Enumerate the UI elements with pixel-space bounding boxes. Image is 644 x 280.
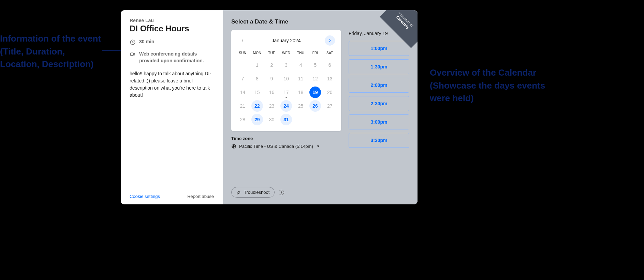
calendar-day-cell: 5 bbox=[308, 58, 323, 72]
timezone-label: Time zone bbox=[231, 136, 341, 141]
info-button[interactable]: i bbox=[279, 190, 284, 195]
time-slot-button[interactable]: 1:00pm bbox=[349, 41, 409, 56]
calendar-month-label: January 2024 bbox=[272, 38, 301, 43]
calendar-day-cell: 31 bbox=[279, 113, 294, 126]
calendar-day: 8 bbox=[251, 73, 263, 84]
calendar-day: 18 bbox=[295, 87, 307, 98]
left-footer: Cookie settings Report abuse bbox=[130, 194, 214, 199]
calendar-day-cell: 1 bbox=[250, 58, 265, 72]
right-footer: Troubleshoot i bbox=[231, 180, 409, 198]
event-description: hello!! happy to talk about anything DI-… bbox=[130, 70, 214, 99]
calendar-day-cell: 28 bbox=[235, 113, 250, 126]
location-text: Web conferencing details provided upon c… bbox=[139, 51, 214, 64]
calendar-day-cell: 3 bbox=[279, 58, 294, 72]
caret-down-icon: ▼ bbox=[317, 144, 320, 148]
calendar-day: 20 bbox=[324, 87, 336, 98]
troubleshoot-button[interactable]: Troubleshoot bbox=[231, 187, 275, 198]
annotation-line-left bbox=[102, 50, 123, 51]
timezone-value: Pacific Time - US & Canada (5:14pm) bbox=[239, 144, 313, 149]
globe-icon bbox=[231, 144, 236, 149]
calendar-column: January 2024 SUNMONTUEWEDTHUFRISAT123456… bbox=[231, 30, 341, 149]
time-slot-button[interactable]: 2:00pm bbox=[349, 78, 409, 93]
calendar-day-cell: 21 bbox=[235, 99, 250, 113]
calendar-slots-row: January 2024 SUNMONTUEWEDTHUFRISAT123456… bbox=[231, 30, 409, 149]
calendar-day: 11 bbox=[295, 73, 307, 84]
troubleshoot-label: Troubleshoot bbox=[244, 190, 269, 195]
time-slots-column: Friday, January 19 1:00pm1:30pm2:00pm2:3… bbox=[349, 30, 409, 148]
calendar-dow: WED bbox=[279, 49, 294, 58]
calendar-dow: SUN bbox=[235, 49, 250, 58]
duration-row: 30 min bbox=[130, 39, 214, 45]
calendar-day-cell: 13 bbox=[322, 72, 337, 85]
calendar-day: 12 bbox=[309, 73, 321, 84]
calendar-day-cell bbox=[293, 113, 308, 126]
calendar-day: 6 bbox=[324, 59, 336, 71]
calendar-day: 9 bbox=[266, 73, 277, 84]
calendar-day: 5 bbox=[309, 59, 321, 71]
calendar-day[interactable]: 24 bbox=[280, 100, 292, 112]
clock-icon bbox=[130, 39, 136, 45]
calendar-day-cell bbox=[235, 58, 250, 72]
scheduler-pane: POWERED BY Calendly Select a Date & Time… bbox=[223, 10, 418, 204]
timezone-selector[interactable]: Pacific Time - US & Canada (5:14pm) ▼ bbox=[231, 144, 341, 149]
calendar-day[interactable]: 26 bbox=[309, 100, 321, 112]
calendar-day-cell: 23 bbox=[264, 99, 279, 113]
calendar-day-cell: 15 bbox=[250, 85, 265, 99]
wrench-icon bbox=[236, 190, 241, 195]
calendar-day: 17 bbox=[280, 87, 292, 98]
calendar-day[interactable]: 29 bbox=[251, 114, 263, 125]
event-info-pane: Renee Lau DI Office Hours 30 min Web con… bbox=[121, 10, 223, 204]
svg-rect-1 bbox=[130, 53, 133, 56]
calendar-day-cell: 25 bbox=[293, 99, 308, 113]
annotation-right: Overview of the Calendar (Showcase the d… bbox=[430, 66, 546, 105]
calendar-day: 1 bbox=[251, 59, 263, 71]
calendar-day[interactable]: 31 bbox=[280, 114, 292, 125]
calendar-day-cell bbox=[308, 113, 323, 126]
calendar: January 2024 SUNMONTUEWEDTHUFRISAT123456… bbox=[231, 30, 341, 131]
calendar-day-cell: 26 bbox=[308, 99, 323, 113]
calendar-day-cell: 20 bbox=[322, 85, 337, 99]
calendar-dow: FRI bbox=[308, 49, 323, 58]
host-name: Renee Lau bbox=[130, 18, 214, 23]
calendar-day: 23 bbox=[266, 100, 277, 112]
calendar-day-cell: 7 bbox=[235, 72, 250, 85]
next-month-button[interactable] bbox=[325, 35, 335, 46]
time-slot-list: 1:00pm1:30pm2:00pm2:30pm3:00pm3:30pm bbox=[349, 41, 409, 148]
calendar-day-cell: 24 bbox=[279, 99, 294, 113]
calendar-day-cell: 29 bbox=[250, 113, 265, 126]
calendar-day: 21 bbox=[237, 100, 248, 112]
calendar-dow: MON bbox=[250, 49, 265, 58]
calendar-day-cell: 30 bbox=[264, 113, 279, 126]
calendar-day-cell: 12 bbox=[308, 72, 323, 85]
calendar-day: 15 bbox=[251, 87, 263, 98]
calendar-day: 30 bbox=[266, 114, 277, 125]
annotation-left: Information of the event (Title, Duratio… bbox=[0, 32, 102, 71]
calendar-dow: TUE bbox=[264, 49, 279, 58]
location-row: Web conferencing details provided upon c… bbox=[130, 51, 214, 64]
duration-text: 30 min bbox=[139, 39, 154, 44]
time-slot-button[interactable]: 3:00pm bbox=[349, 114, 409, 129]
calendar-day: 28 bbox=[237, 114, 248, 125]
calendar-day-cell bbox=[322, 113, 337, 126]
calendar-day-cell: 9 bbox=[264, 72, 279, 85]
calendar-day: 3 bbox=[280, 59, 292, 71]
chevron-right-icon bbox=[328, 38, 332, 43]
calendar-day-cell: 27 bbox=[322, 99, 337, 113]
info-icon: i bbox=[281, 190, 282, 194]
report-abuse-link[interactable]: Report abuse bbox=[187, 194, 214, 199]
time-slot-button[interactable]: 3:30pm bbox=[349, 133, 409, 148]
calendar-day-cell: 18 bbox=[293, 85, 308, 99]
time-slot-button[interactable]: 1:30pm bbox=[349, 59, 409, 74]
calendar-day[interactable]: 22 bbox=[251, 100, 263, 112]
calendar-header: January 2024 bbox=[235, 35, 337, 49]
calendar-day[interactable]: 19 bbox=[309, 87, 321, 98]
calendar-day-cell: 22 bbox=[250, 99, 265, 113]
calendar-day: 2 bbox=[266, 59, 277, 71]
calendar-day-cell: 17 bbox=[279, 85, 294, 99]
chevron-left-icon bbox=[240, 38, 245, 43]
prev-month-button[interactable] bbox=[237, 35, 248, 46]
cookie-settings-link[interactable]: Cookie settings bbox=[130, 194, 160, 199]
calendar-day: 7 bbox=[237, 73, 248, 84]
time-slot-button[interactable]: 2:30pm bbox=[349, 96, 409, 111]
timezone-block: Time zone Pacific Time - US & Canada (5:… bbox=[231, 136, 341, 149]
